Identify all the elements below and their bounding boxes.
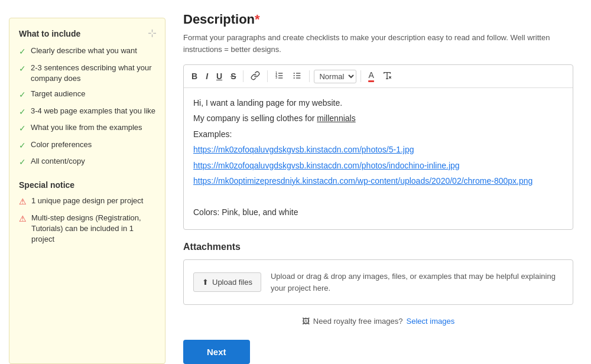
font-size-select[interactable]: Normal [314,70,356,83]
color-underline-indicator [368,80,374,82]
italic-button[interactable]: I [203,70,211,83]
royalty-icon: 🖼 [302,317,310,326]
special-notice-section: Special notice ⚠ 1 unique page design pe… [19,180,155,245]
check-icon: ✓ [19,89,26,101]
millennials-link: millennials [317,113,355,123]
toolbar-separator [243,70,243,82]
editor-line-2: My company is selling clothes for millen… [193,112,563,125]
editor-colors-line: Colors: Pink, blue, and white [193,206,563,219]
sidebar-checklist: ✓ Clearly describe what you want ✓ 2-3 s… [19,46,155,168]
select-images-link[interactable]: Select images [407,317,455,326]
royalty-text: Need royalty free images? [313,317,403,326]
attachments-section: Attachments ⬆ Upload files Upload or dra… [183,242,573,305]
toolbar-separator [309,70,310,82]
check-icon: ✓ [19,157,26,168]
svg-point-9 [294,73,295,74]
attachments-title: Attachments [183,242,573,252]
ordered-list-button[interactable]: 1 2 3 [272,69,287,84]
check-icon: ✓ [19,123,26,135]
editor-line-3: Examples: [193,128,563,141]
svg-point-10 [294,75,295,76]
editor-link-2: https://mk0zofoqaluvgdskgvsb.kinstacdn.c… [193,159,563,172]
special-notice-heading: Special notice [19,180,155,190]
editor-body[interactable]: Hi, I want a landing page for my website… [184,88,573,229]
list-item: ⚠ Multi-step designs (Registration, Tuto… [19,213,155,245]
page-title: Description* [183,12,573,27]
svg-text:3: 3 [276,76,278,79]
check-icon: ✓ [19,63,26,75]
main-content: Description* Format your paragraphs and … [165,0,591,364]
sidebar-panel: ⊹ What to include ✓ Clearly describe wha… [9,18,165,364]
list-item: ✓ 2-3 sentences describing what your com… [19,63,155,84]
check-icon: ✓ [19,106,26,118]
svg-point-11 [294,77,295,79]
upload-description: Upload or drag & drop any images, files,… [271,271,563,294]
list-item: ✓ 3-4 web page examples that you like [19,106,155,118]
list-item: ✓ Color preferences [19,139,155,152]
unordered-list-button[interactable] [290,69,305,84]
drag-icon: ⊹ [148,27,157,40]
warning-icon: ⚠ [19,213,27,225]
toolbar-separator [361,70,361,82]
list-item: ✓ Clearly describe what you want [19,46,155,58]
required-star: * [255,12,260,27]
editor-toolbar: B I U S 1 2 3 [184,65,573,88]
editor-line-4 [193,190,563,203]
underline-button[interactable]: U [213,70,225,83]
bold-button[interactable]: B [189,70,200,83]
list-item: ✓ Target audience [19,89,155,101]
font-color-button[interactable]: A [365,69,376,84]
strikethrough-button[interactable]: S [228,70,239,83]
list-item: ⚠ 1 unique page design per project [19,196,155,208]
upload-icon: ⬆ [202,278,209,287]
list-item: ✓ What you like from the examples [19,122,155,135]
next-button[interactable]: Next [183,340,250,364]
description-editor: B I U S 1 2 3 [183,64,573,230]
check-icon: ✓ [19,46,26,58]
check-icon: ✓ [19,140,26,152]
clear-format-button[interactable] [379,69,395,84]
list-item: ✓ All content/copy [19,156,155,168]
editor-line-1: Hi, I want a landing page for my website… [193,96,563,109]
editor-link-3: https://mk0optimizepresdniyk.kinstacdn.c… [193,174,563,187]
warning-icon: ⚠ [19,196,27,208]
special-notice-list: ⚠ 1 unique page design per project ⚠ Mul… [19,196,155,245]
toolbar-separator [267,70,268,82]
page-subtitle: Format your paragraphs and create checkl… [183,32,573,55]
attachments-box: ⬆ Upload files Upload or drag & drop any… [183,259,573,305]
sidebar-heading: What to include [19,29,155,38]
link-button[interactable] [248,69,263,84]
upload-files-button[interactable]: ⬆ Upload files [193,272,261,292]
royalty-free-row: 🖼 Need royalty free images? Select image… [183,317,573,326]
editor-link-1: https://mk0zofoqaluvgdskgvsb.kinstacdn.c… [193,143,563,156]
